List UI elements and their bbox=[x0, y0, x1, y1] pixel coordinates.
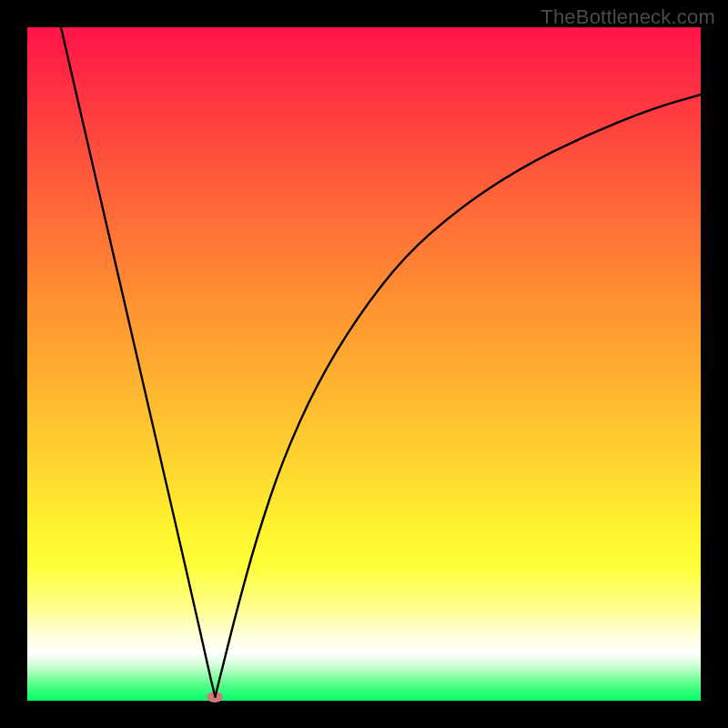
curve-right-branch bbox=[215, 95, 701, 697]
bottleneck-curve bbox=[27, 27, 701, 701]
chart-frame: TheBottleneck.com bbox=[0, 0, 728, 728]
curve-left-branch bbox=[61, 27, 215, 697]
watermark-text: TheBottleneck.com bbox=[541, 5, 715, 29]
